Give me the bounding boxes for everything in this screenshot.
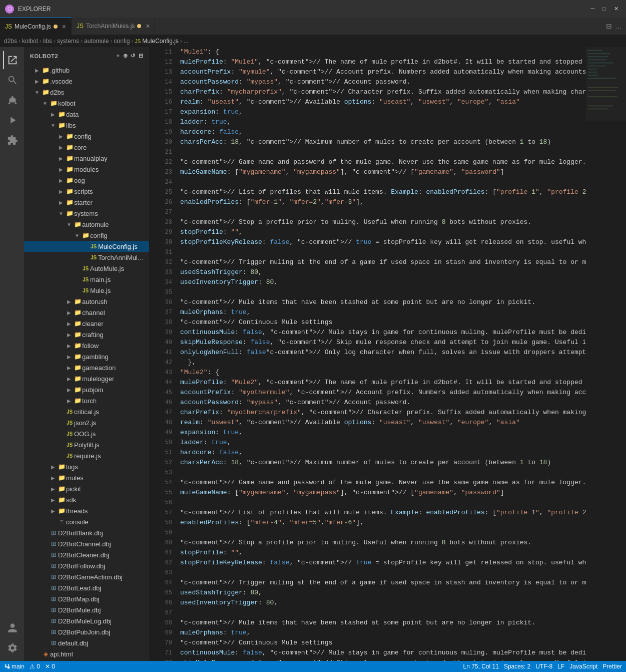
code-line[interactable]: stopProfileKeyRelease: false, "c-comment…: [180, 558, 586, 568]
code-line[interactable]: [180, 468, 586, 478]
code-line[interactable]: ladder: true,: [180, 117, 586, 127]
tree-item-follow[interactable]: ▶ 📁 follow: [24, 340, 149, 351]
tree-item-scripts[interactable]: ▶ 📁 scripts: [24, 186, 149, 197]
code-line[interactable]: "Mule1": {: [180, 47, 586, 57]
tree-item-d2bs[interactable]: ▼ 📁 d2bs: [24, 87, 149, 98]
line-ending[interactable]: LF: [557, 663, 564, 670]
tree-item-gameaction[interactable]: ▶ 📁 gameaction: [24, 362, 149, 373]
tree-item-gambling[interactable]: ▶ 📁 gambling: [24, 351, 149, 362]
tree-item-config[interactable]: ▶ 📁 config: [24, 131, 149, 142]
tree-item-polyfilljs[interactable]: JS Polyfill.js: [24, 439, 149, 450]
formatter[interactable]: Prettier: [602, 663, 622, 670]
tree-item-modules[interactable]: ▶ 📁 modules: [24, 164, 149, 175]
tree-item-crafting[interactable]: ▶ 📁 crafting: [24, 329, 149, 340]
code-line[interactable]: usedInventoryTrigger: 80,: [180, 598, 586, 608]
code-line[interactable]: },: [180, 358, 586, 368]
errors-count[interactable]: ✕ 0: [45, 663, 55, 670]
breadcrumb-systems[interactable]: systems: [57, 38, 79, 45]
code-line[interactable]: "Mule2": {: [180, 368, 586, 378]
breadcrumb-d2bs[interactable]: d2bs: [4, 38, 17, 45]
code-line[interactable]: "c-comment">// Stop a profile prior to m…: [180, 217, 586, 227]
code-line[interactable]: hardcore: false,: [180, 127, 586, 137]
code-line[interactable]: muleGameName: ["mygamename", "mygamepass…: [180, 167, 586, 177]
settings-icon[interactable]: [3, 639, 21, 657]
tree-item-torch[interactable]: ▶ 📁 torch: [24, 395, 149, 406]
code-line[interactable]: stopProfile: "",: [180, 227, 586, 237]
code-line[interactable]: charPrefix: "myothercharprefix", "c-comm…: [180, 408, 586, 418]
code-line[interactable]: muleGameName: ["mygamename", "mygamepass…: [180, 488, 586, 498]
tree-item-pubjoin[interactable]: ▶ 📁 pubjoin: [24, 384, 149, 395]
code-line[interactable]: "c-comment">// List of profiles that wil…: [180, 508, 586, 518]
tree-item-manualplay[interactable]: ▶ 📁 manualplay: [24, 153, 149, 164]
tree-item-autorush[interactable]: ▶ 📁 autorush: [24, 296, 149, 307]
code-line[interactable]: muleOrphans: true,: [180, 307, 586, 317]
code-line[interactable]: charPrefix: "mycharprefix", "c-comment">…: [180, 87, 586, 97]
code-line[interactable]: stopProfile: "",: [180, 548, 586, 558]
code-line[interactable]: stopProfileKeyRelease: false, "c-comment…: [180, 237, 586, 247]
cursor-position[interactable]: Ln 75, Col 11: [463, 663, 499, 670]
code-line[interactable]: "c-comment">// Game name and password of…: [180, 157, 586, 167]
tree-item-automule[interactable]: ▼ 📁 automule: [24, 219, 149, 230]
code-line[interactable]: "c-comment">// Trigger muling at the end…: [180, 257, 586, 267]
code-line[interactable]: [180, 528, 586, 538]
code-line[interactable]: "c-comment">// Game name and password of…: [180, 478, 586, 488]
code-line[interactable]: enabledProfiles: ["mfer-4", "mfer=5","mf…: [180, 518, 586, 528]
tree-item-logs[interactable]: ▶ 📁 logs: [24, 461, 149, 472]
tree-item-torchannimals[interactable]: JS TorchAnniMules.js: [24, 252, 149, 263]
extensions-icon[interactable]: [3, 131, 21, 149]
code-line[interactable]: ladder: true,: [180, 438, 586, 448]
code-line[interactable]: muleProfile: "Mule2", "c-comment">// The…: [180, 378, 586, 388]
source-control-icon[interactable]: [3, 91, 21, 109]
tree-item-d2botmap[interactable]: ⊞ D2BotMap.dbj: [24, 593, 149, 604]
code-line[interactable]: expansion: true,: [180, 428, 586, 438]
tree-item-d2botmule[interactable]: ⊞ D2BotMule.dbj: [24, 604, 149, 615]
tree-item-automule-js[interactable]: JS AutoMule.js: [24, 263, 149, 274]
language-mode[interactable]: JavaScript: [569, 663, 597, 670]
code-line[interactable]: [180, 247, 586, 257]
code-line[interactable]: skipMuleResponse: false, "c-comment">// …: [180, 338, 586, 348]
tree-item-oogjs[interactable]: JS OOG.js: [24, 428, 149, 439]
indentation[interactable]: Spaces: 2: [504, 663, 530, 670]
tree-item-console[interactable]: ≡ console: [24, 516, 149, 527]
code-line[interactable]: [180, 177, 586, 187]
more-actions-icon[interactable]: …: [615, 22, 622, 30]
code-line[interactable]: accountPrefix: "myothermule", "c-comment…: [180, 388, 586, 398]
tree-item-data[interactable]: ▶ 📁 data: [24, 109, 149, 120]
explorer-icon[interactable]: [3, 51, 21, 69]
code-line[interactable]: [180, 568, 586, 578]
maximize-button[interactable]: □: [600, 5, 608, 13]
code-line[interactable]: enabledProfiles: ["mfer-1", "mfer=2","mf…: [180, 197, 586, 207]
tree-item-d2botgameaction[interactable]: ⊞ D2BotGameAction.dbj: [24, 571, 149, 582]
tree-item-systems[interactable]: ▼ 📁 systems: [24, 208, 149, 219]
breadcrumb-filename[interactable]: JS MuleConfig.js: [135, 38, 179, 45]
code-line[interactable]: realm: "useast", "c-comment">// Availabl…: [180, 97, 586, 107]
branch-icon[interactable]: main: [4, 663, 25, 670]
new-file-icon[interactable]: +: [117, 53, 120, 59]
code-line[interactable]: usedInventoryTrigger: 80,: [180, 277, 586, 287]
code-editor[interactable]: 1112131415161718192021222324252627282930…: [151, 47, 626, 661]
code-line[interactable]: hardcore: false,: [180, 448, 586, 458]
tree-item-d2botchannel[interactable]: ⊞ D2BotChannel.dbj: [24, 538, 149, 549]
code-line[interactable]: accountPassword: "mypass", "c-comment">/…: [180, 398, 586, 408]
code-line[interactable]: "c-comment">// Mule items that have been…: [180, 618, 586, 628]
tree-item-requirejs[interactable]: JS require.js: [24, 450, 149, 461]
tree-item-json2js[interactable]: JS json2.js: [24, 417, 149, 428]
tree-item-core[interactable]: ▶ 📁 core: [24, 142, 149, 153]
code-line[interactable]: [180, 147, 586, 157]
code-line[interactable]: realm: "uswest", "c-comment">// Availabl…: [180, 418, 586, 428]
tab-close-icon2[interactable]: ×: [146, 22, 150, 30]
minimize-button[interactable]: ─: [588, 5, 597, 13]
tree-item-channel[interactable]: ▶ 📁 channel: [24, 307, 149, 318]
code-line[interactable]: "c-comment">// Trigger muling at the end…: [180, 578, 586, 588]
tab-close-icon[interactable]: ×: [62, 23, 66, 31]
code-line[interactable]: continuousMule: false, "c-comment">// Mu…: [180, 648, 586, 658]
code-line[interactable]: charsPerAcc: 18, "c-comment">// Maximum …: [180, 458, 586, 468]
code-line[interactable]: onlyLogWhenFull: false "c-comment">// On…: [180, 348, 586, 358]
code-line[interactable]: "c-comment">// Continuous Mule settings: [180, 317, 586, 327]
tree-item-d2botblank[interactable]: ⊞ D2BotBlank.dbj: [24, 527, 149, 538]
code-line[interactable]: [180, 498, 586, 508]
code-line[interactable]: usedStashTrigger: 80,: [180, 267, 586, 277]
tree-item-sdk[interactable]: ▶ 📁 sdk: [24, 494, 149, 505]
tree-item-d2botmulelog[interactable]: ⊞ D2BotMuleLog.dbj: [24, 615, 149, 626]
tree-item-threads[interactable]: ▶ 📁 threads: [24, 505, 149, 516]
